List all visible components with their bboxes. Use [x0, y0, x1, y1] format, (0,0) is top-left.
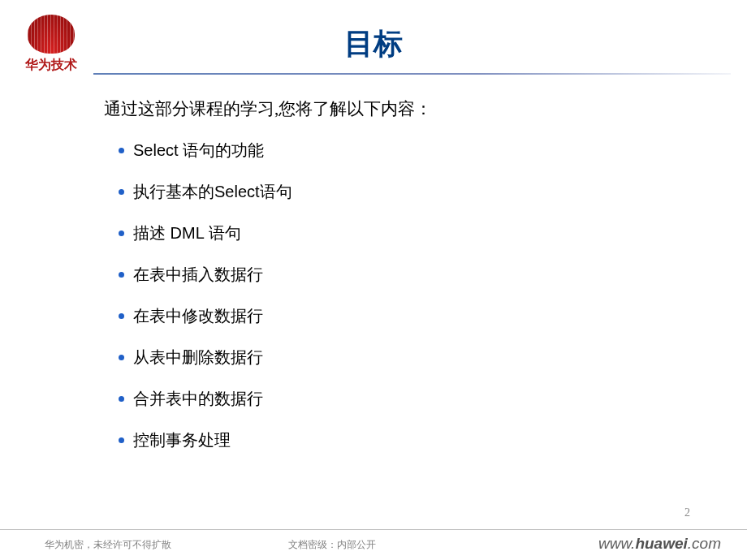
intro-text: 通过这部分课程的学习,您将了解以下内容： [104, 97, 698, 120]
footer-confidential: 华为机密，未经许可不得扩散 [45, 538, 171, 552]
url-prefix: www. [598, 535, 635, 552]
list-item: 在表中修改数据行 [119, 305, 698, 327]
url-brand: huawei [635, 535, 687, 552]
title-underline [93, 73, 731, 75]
slide-container: 华为技术 目标 通过这部分课程的学习,您将了解以下内容： Select 语句的功… [0, 0, 747, 560]
bullet-list: Select 语句的功能 执行基本的Select语句 描述 DML 语句 在表中… [104, 140, 698, 451]
footer: 华为机密，未经许可不得扩散 文档密级：内部公开 www.huawei.com [0, 529, 747, 560]
footer-url: www.huawei.com [598, 535, 721, 553]
list-item: 合并表中的数据行 [119, 388, 698, 410]
list-item: 从表中删除数据行 [119, 347, 698, 368]
list-item: 控制事务处理 [119, 429, 698, 451]
slide-title: 目标 [0, 24, 747, 64]
list-item: Select 语句的功能 [119, 140, 698, 162]
page-number: 2 [684, 506, 690, 519]
content-area: 通过这部分课程的学习,您将了解以下内容： Select 语句的功能 执行基本的S… [104, 97, 698, 471]
list-item: 执行基本的Select语句 [119, 181, 698, 203]
footer-classification: 文档密级：内部公开 [288, 538, 376, 552]
list-item: 在表中插入数据行 [119, 264, 698, 286]
url-suffix: .com [688, 535, 721, 552]
list-item: 描述 DML 语句 [119, 222, 698, 244]
header: 华为技术 目标 [0, 0, 747, 77]
